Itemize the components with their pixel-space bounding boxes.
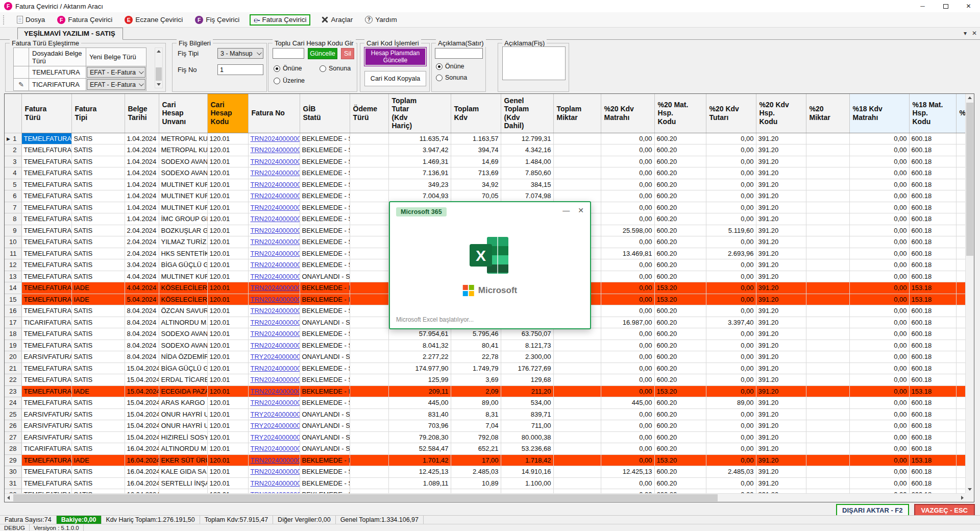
cell-odeme[interactable] [350,385,388,397]
cell-gib[interactable]: BEKLEMEDE - SA… [300,340,350,351]
cell-tip[interactable]: SATIS [71,213,125,225]
cell-kod[interactable]: 120.01 [207,317,248,328]
cell-m20k[interactable]: 600.20 [654,397,706,409]
cell-h20[interactable]: 391.20 [756,477,806,489]
cell-odeme[interactable] [350,397,388,409]
invoice-link[interactable]: TRN2024000000… [251,238,300,246]
cell-m20[interactable]: 0,00 [601,363,654,374]
cell-kod[interactable]: 120.01 [207,179,248,190]
row-header[interactable]: 28 [5,443,21,455]
cell-odeme[interactable] [350,248,388,259]
cell-odeme[interactable] [350,225,388,236]
cell-gib[interactable]: ONAYLANDI - S… [300,317,350,328]
radio-uzerine[interactable]: Üzerine [274,77,305,84]
cell-tip[interactable]: SATIS [71,328,125,340]
cell-type[interactable]: EARSIVFATURA [21,431,71,443]
scroll-thumb[interactable] [966,103,973,256]
cell-m20[interactable]: 13.469,81 [601,248,654,259]
cell-m20k[interactable]: 600.20 [654,305,706,317]
cell-m18k[interactable]: 600.18 [909,477,956,489]
cell-fno[interactable]: TRN2024000000… [248,374,300,386]
cell-fno[interactable]: TRN2024000000… [248,340,300,351]
cell-type[interactable]: TEMELFATURA [21,248,71,259]
cell-x[interactable] [956,397,965,409]
cell-kod[interactable]: 120.01 [207,259,248,271]
cell-m18[interactable]: 0,00 [849,340,909,351]
cell-type[interactable]: EARSIVFATURA [21,420,71,432]
cell-gib[interactable]: ONAYLANDI - S… [300,420,350,432]
cell-fno[interactable]: TRY2024000000… [248,431,300,443]
cell-fno[interactable]: TRN2024000000… [248,477,300,489]
cell-t20[interactable]: 0,00 [706,236,756,248]
cell-date[interactable]: 4.04.2024 [125,282,159,294]
row-header[interactable]: 32 [5,489,21,494]
cell-h20[interactable]: 391.20 [756,294,806,305]
row-header[interactable]: 20 [5,351,21,363]
cell-kod[interactable]: 120.01 [207,385,248,397]
cell-odeme[interactable] [350,340,388,351]
cell-m20[interactable]: 0,00 [601,443,654,455]
cell-kod[interactable]: 120.01 [207,294,248,305]
cell-type[interactable]: TICARIFATURA [21,317,71,328]
cell-odeme[interactable] [350,133,388,144]
cell-gib[interactable]: BEKLEMEDE - IA… [300,282,350,294]
tab-close-icon[interactable]: ✕ [972,30,977,37]
cell-date[interactable]: 15.04.2024 [125,397,159,409]
cell-mik20[interactable] [806,133,849,144]
invoice-link[interactable]: TRN2024000000… [251,204,300,211]
cell-m18k[interactable]: 600.18 [909,144,956,156]
cell-type[interactable]: TEMELFATURA [21,156,71,167]
cell-unvan[interactable]: HIZIRELİ SOSY… [159,431,207,443]
column-header-m20[interactable]: %20 Kdv Matrahı [601,94,654,133]
cell-tip[interactable]: SATIS [71,156,125,167]
cell-type[interactable]: TEMELFATURA [21,466,71,478]
cell-h20[interactable]: 391.20 [756,144,806,156]
cell-m18[interactable]: 0,00 [849,454,909,466]
cell-kod[interactable]: 120.01 [207,397,248,409]
cell-miktar[interactable] [553,385,601,397]
invoice-link[interactable]: TRN2024000000… [251,250,300,257]
invoice-link[interactable]: TRN2024000000… [251,261,300,269]
cell-m20k[interactable]: 600.20 [654,225,706,236]
cell-m20[interactable]: 0,00 [601,305,654,317]
cell-m18k[interactable]: 600.18 [909,397,956,409]
cell-h20[interactable]: 391.20 [756,213,806,225]
row-header[interactable]: 24 [5,397,21,409]
cell-x[interactable] [956,294,965,305]
invoice-link[interactable]: TRN2024000000… [251,342,300,349]
mapping-scrollbar[interactable] [155,47,163,88]
cell-x[interactable] [956,133,965,144]
cell-t20[interactable]: 0,00 [706,179,756,190]
menu-dosya[interactable]: Dosya [15,15,47,25]
cell-kod[interactable]: 120.01 [207,431,248,443]
column-header-kod[interactable]: Cari Hesap Kodu [207,94,248,133]
cell-gib[interactable]: BEKLEMEDE - SA… [300,305,350,317]
cell-tutar[interactable] [388,489,451,494]
cell-type[interactable]: TEMELFATURA [21,179,71,190]
cell-fno[interactable]: TRN2024000000… [248,443,300,455]
cell-mik20[interactable] [806,397,849,409]
cell-type[interactable]: TEMELFATURA [21,328,71,340]
cell-type[interactable]: TEMELFATURA [21,385,71,397]
row-header[interactable]: 16 [5,305,21,317]
cell-fno[interactable]: TRN2024000000… [248,156,300,167]
cell-date[interactable]: 4.04.2024 [125,271,159,282]
cell-odeme[interactable] [350,363,388,374]
cell-m20k[interactable]: 600.20 [654,317,706,328]
cell-mik20[interactable] [806,144,849,156]
cell-tip[interactable]: SATIS [71,167,125,179]
cell-t20[interactable]: 0,00 [706,259,756,271]
scroll-thumb[interactable] [156,67,162,81]
cell-m18[interactable]: 0,00 [849,385,909,397]
cell-m20k[interactable]: 600.20 [654,328,706,340]
dialog-minimize-icon[interactable]: — [562,206,570,214]
cell-m20k[interactable]: 600.20 [654,167,706,179]
cell-m18[interactable]: 0,00 [849,282,909,294]
close-icon[interactable]: ✕ [957,0,980,12]
cell-kdv[interactable]: 652,21 [451,443,501,455]
cell-tutar[interactable]: 7.004,93 [388,190,451,202]
cell-tip[interactable]: SATIS [71,202,125,213]
cell-miktar[interactable] [553,443,601,455]
row-header[interactable]: 27 [5,431,21,443]
cell-tutar[interactable]: 2.277,22 [388,351,451,363]
